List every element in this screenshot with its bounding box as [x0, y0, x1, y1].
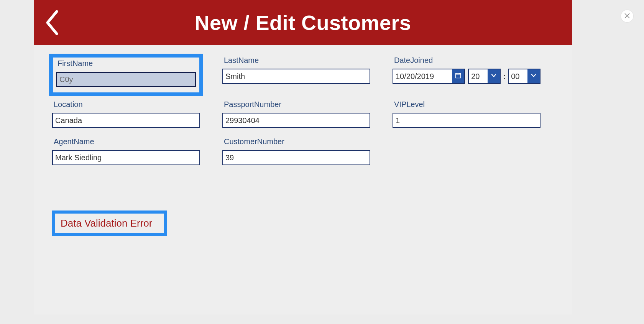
back-button[interactable] — [44, 0, 61, 45]
field-group-agentname: AgentName — [52, 137, 200, 165]
hour-dropdown[interactable]: 20 — [468, 69, 501, 84]
field-group-datejoined: DateJoined 10/20/2019 — [393, 56, 540, 91]
minute-dropdown-button[interactable] — [527, 69, 540, 83]
customer-number-input[interactable] — [222, 150, 370, 165]
field-group-passport: PassportNumber — [222, 100, 370, 128]
close-button[interactable] — [621, 10, 633, 22]
label-lastname: LastName — [224, 56, 370, 65]
form-panel: New / Edit Customers FirstName LastName … — [34, 0, 572, 314]
datetime-compound: 10/20/2019 — [393, 69, 540, 84]
label-datejoined: DateJoined — [394, 56, 540, 65]
field-group-customernumber: CustomerNumber — [222, 137, 370, 165]
first-name-input[interactable] — [56, 72, 196, 87]
minute-dropdown[interactable]: 00 — [508, 69, 540, 84]
svg-rect-2 — [456, 74, 461, 78]
validation-error-text: Data Validation Error — [61, 217, 152, 229]
passport-number-input[interactable] — [222, 113, 370, 128]
page-title: New / Edit Customers — [34, 11, 572, 35]
hour-dropdown-button[interactable] — [488, 69, 500, 83]
highlight-box-firstname: FirstName — [49, 54, 203, 96]
form-row-2: Location PassportNumber VIPLevel — [52, 100, 554, 128]
last-name-input[interactable] — [222, 69, 370, 84]
minute-value: 00 — [509, 72, 527, 81]
date-joined-picker[interactable]: 10/20/2019 — [393, 69, 465, 84]
label-passport: PassportNumber — [224, 100, 370, 109]
label-customernumber: CustomerNumber — [224, 137, 370, 146]
form-header: New / Edit Customers — [34, 0, 572, 45]
time-separator: : — [503, 71, 506, 81]
validation-error-box: Data Validation Error — [52, 211, 167, 236]
field-group-viplevel: VIPLevel — [393, 100, 540, 128]
form-row-1: FirstName LastName DateJoined 10/20/2019 — [52, 56, 554, 91]
chevron-down-icon — [531, 72, 537, 80]
agent-name-input[interactable] — [52, 150, 200, 165]
label-viplevel: VIPLevel — [394, 100, 540, 109]
label-agentname: AgentName — [54, 137, 200, 146]
field-group-firstname: FirstName — [52, 56, 200, 91]
form-row-3: AgentName CustomerNumber — [52, 137, 554, 165]
field-group-empty — [393, 137, 540, 165]
vip-level-input[interactable] — [393, 113, 540, 128]
chevron-left-icon — [44, 9, 61, 36]
calendar-icon — [455, 72, 461, 80]
calendar-button[interactable] — [452, 69, 464, 83]
form-body: FirstName LastName DateJoined 10/20/2019 — [34, 45, 572, 236]
close-icon — [624, 12, 630, 20]
field-group-location: Location — [52, 100, 200, 128]
field-group-lastname: LastName — [222, 56, 370, 91]
label-firstname: FirstName — [58, 59, 196, 68]
date-joined-value: 10/20/2019 — [393, 72, 452, 81]
chevron-down-icon — [491, 72, 497, 80]
label-location: Location — [54, 100, 200, 109]
location-input[interactable] — [52, 113, 200, 128]
hour-value: 20 — [469, 72, 488, 81]
